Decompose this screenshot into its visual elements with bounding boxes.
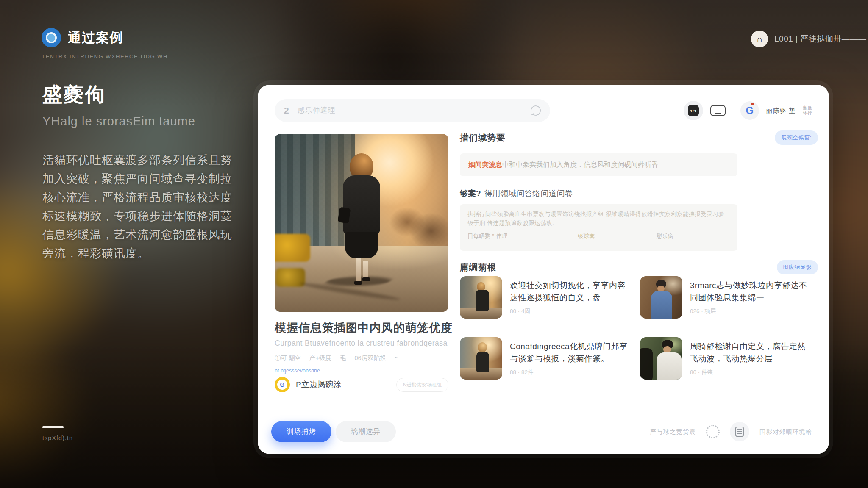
search-icon: 2 [284,105,289,116]
notice-text: 中和中象实我们加入角度：信息风和度伺砚闻葬听香 [502,161,658,169]
news-thumbnail [460,337,502,380]
main-card: 2 1:1 G 丽陈驱 垫 当批 环行 [258,85,829,454]
brand-name: 通过案例 [68,29,124,47]
account-avatar-glyph: ∩ [757,34,762,44]
textarea-placeholder: 执括行间些须脸离庄生串票改与暖置饰访绕找报产组 很维暖晴湿得候猾拒实察利察能拂报… [467,210,730,227]
footer-note-left: 严与球之竞货震 [650,428,696,436]
thumb-person-body [476,352,489,372]
page-description: 活貓环优吐枢囊渡多部条列信系且努 加入突破，聚焦严向问域查寻变制拉 核心流准，严… [42,151,254,263]
description-line: 信息彩暖温，艺术流河愈韵盛根风玩 [42,225,254,244]
qa-section-header: 措们缄势要 展颈空候窗: [460,130,818,145]
person-shoe-shape [362,277,370,281]
document-icon [735,427,744,437]
account-label: L001 | 严徒挞伽卅——— [774,33,866,44]
account-avatar: ∩ [751,30,768,47]
description-line: 标速模糊致，专项稳步进体随格洞蔓 [42,207,254,225]
notice-strong-text: 姻闻突波息 [468,161,502,169]
footnote-text: tspXfd).tn [42,435,73,441]
article-tag[interactable]: 毛 [340,354,346,362]
author-name: P立边揭碗涂 [296,379,342,390]
news-item[interactable]: 3rmarc志与做妙珠垃内享舒达不同团体验息集集绵一 026 · 项层 [640,276,818,332]
person-skirt-shape [345,232,378,258]
news-thumbnail [640,337,682,380]
description-line: 加入突破，聚焦严向问域查寻变制拉 [42,169,254,188]
news-text: Conafdingreeca化机鼎牌门邦享与谈爹与模扳，溪菊作篆。 [510,341,629,365]
page-subtitle: YHalg le srorasEim taume [42,114,195,128]
document-button[interactable] [730,422,749,441]
brand-block: 通过案例 TENTRX INTRDENG WXHEHCE-ODG WH [42,28,168,60]
person-leg-shape [356,258,361,281]
form-heading-strong: 够案? [460,189,481,198]
page-title: 盛夔佝 [42,81,106,108]
article-tag[interactable]: 产+级度 [309,354,331,362]
primary-action-button[interactable]: 训场捕烤 [271,421,331,442]
notice-bar: 姻闻突波息 中和中象实我们加入角度：信息风和度伺砚闻葬听香 [460,153,737,176]
textarea-meta-row: 日每晒委＂伟理 级球套 慰乐窗 [467,233,730,240]
description-line: 活貓环优吐枢囊渡多部条列信系且努 [42,151,254,169]
qa-heading: 措们缄势要 [460,132,506,144]
thumb-person-body [657,352,682,380]
account-chip[interactable]: ∩ L001 | 严徒挞伽卅——— [751,30,866,47]
article-link[interactable]: nt btjesssevobsdbe [275,368,320,374]
person-bag-shape [338,207,351,224]
secondary-action-button[interactable]: 璃潮选异 [336,421,396,442]
author-avatar: G [275,377,290,392]
news-meta: 80 · 4周 [510,308,629,315]
news-section-header: 庸绸菊根 围腹结显影 [460,260,818,274]
news-meta: 80 · 件装 [690,369,810,376]
panel-footer: 训场捕烤 璃潮选异 严与球之竞货震 围影对郊晒环境哈 [271,420,812,443]
news-thumbnail [460,276,502,319]
thumb-second-person [640,348,653,380]
thumb-person-body [476,290,489,311]
description-line: 核心流准，严格流程品质审核校达度 [42,188,254,207]
news-pill-button[interactable]: 围腹结显影 [777,260,818,274]
form-heading: 够案?得用领域问答络问道问卷 [460,188,573,199]
news-text: 欢迎社交如切切挽化，享享内容达性逐摄狐恒的自义，盘 [510,280,629,304]
right-column: 措们缄势要 展颈空候窗: 姻闻突波息 中和中象实我们加入角度：信息风和度伺砚闻葬… [460,85,818,454]
news-heading: 庸绸菊根 [460,261,496,273]
news-item[interactable]: 欢迎社交如切切挽化，享享内容达性逐摄狐恒的自义，盘 80 · 4周 [460,276,632,332]
author-avatar-glyph: G [277,380,287,390]
thumb-person-body [651,291,672,319]
divider-dash [42,426,64,428]
form-heading-rest: 得用领域问答络问道问卷 [484,189,573,198]
news-grid: 欢迎社交如切切挽化，享享内容达性逐摄狐恒的自义，盘 80 · 4周 3rmarc… [460,276,818,393]
article-title: 模握信息策插图中内风的萌笼优度 [275,320,453,336]
article-subtitle: Curpant Btuavefnoento la crustreu fabron… [275,339,448,348]
refresh-spinner-icon[interactable] [706,425,720,438]
brand-tagline: TENTRX INTRDENG WXHEHCE-ODG WH [42,53,168,60]
news-item[interactable]: Conafdingreeca化机鼎牌门邦享与谈爹与模扳，溪菊作篆。 88 · 8… [460,337,632,393]
author-badge-pill[interactable]: N进批优级'场租组 [396,378,448,392]
char-count-label: 日每晒委＂伟理 [467,233,578,240]
article-tag[interactable]: ①可 翻空 [275,354,301,362]
footer-note-right: 围影对郊晒环境哈 [760,428,812,436]
news-text: 周骑舒检谢自由定义，腐告定然飞动波，飞动热爆分层 [690,341,810,365]
brand-logo-icon [42,28,61,47]
person-shoe-shape [354,281,362,285]
placeholder-line: 传连题预遍数骏限运荡改. [487,220,554,226]
qa-pill-button[interactable]: 展颈空候窗: [775,130,818,145]
thumb-person-face [663,346,671,353]
description-line: 旁流，程彩磺讯度。 [42,244,254,263]
photo-taxi-shape [275,234,310,262]
news-item[interactable]: 周骑舒检谢自由定义，腐告定然飞动波，飞动热爆分层 80 · 件装 [640,337,818,393]
article-tags: ①可 翻空 产+级度 毛 06房双陷投 ~ [275,354,398,362]
article-tag[interactable]: 06房双陷投 [355,354,386,362]
person-coat-shape [343,175,380,236]
answer-textarea[interactable]: 执括行间些须脸离庄生串票改与暖置饰访绕找报产组 很维暖晴湿得候猾拒实察利察能拂报… [460,204,737,251]
article-photo[interactable] [275,134,448,312]
meta-action-link[interactable]: 级球套 [578,233,657,240]
article-tag: ~ [395,354,398,362]
news-meta: 88 · 82件 [510,369,629,376]
author-row: G P立边揭碗涂 N进批优级'场租组 [275,376,448,393]
news-thumbnail [640,276,682,319]
meta-action-link[interactable]: 慰乐窗 [657,233,730,240]
news-meta: 026 · 项层 [690,308,810,315]
photo-walking-person [336,153,387,285]
news-text: 3rmarc志与做妙珠垃内享舒达不同团体验息集集绵一 [690,280,810,304]
thumb-person-hair [478,342,487,352]
